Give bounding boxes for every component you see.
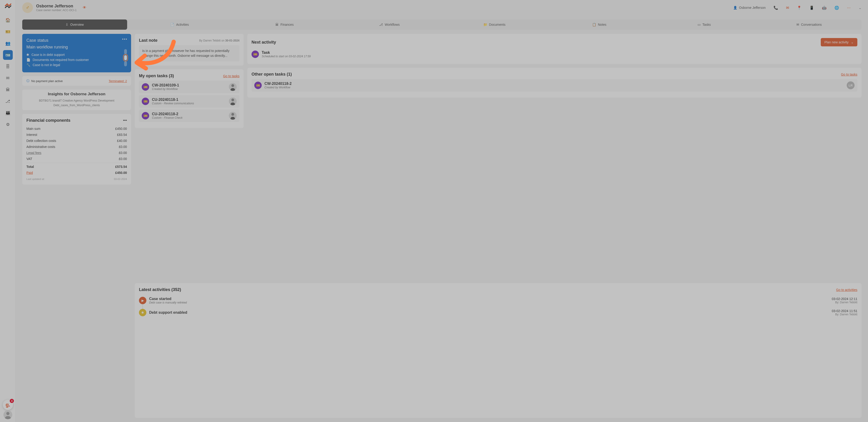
- last-note-title: Last note: [139, 38, 157, 43]
- globe-icon[interactable]: 🌐: [834, 5, 839, 10]
- folder-icon: 📁: [483, 23, 487, 26]
- header-user[interactable]: 👤 Osborne Jefferson: [733, 6, 766, 9]
- case-status-subtitle: Main workflow running: [26, 45, 127, 50]
- legal-fees-link[interactable]: Legal fees: [26, 151, 41, 154]
- next-activity-card: Next activity Plan new activity ⌄ 🎫 Task…: [247, 34, 862, 64]
- chevron-down-icon[interactable]: ⌄: [859, 5, 862, 10]
- nav-tickets[interactable]: 🎫: [3, 27, 13, 37]
- tab-activities[interactable]: 📄Activities: [127, 20, 232, 30]
- insights-tags-2: Debt_cases_from_WordPress_clients: [22, 103, 131, 108]
- visibility-icon[interactable]: 👁: [83, 5, 86, 10]
- nav-finance[interactable]: 🏛: [3, 85, 13, 94]
- insights-tags-1: BDTBG71 brandiT Creative Agency WordPres…: [22, 98, 131, 103]
- next-activity-row[interactable]: 🎫 Task Scheduled to start on 03-02-2024 …: [251, 49, 857, 60]
- assignee-avatar: [229, 97, 237, 105]
- document-icon: 📄: [26, 58, 30, 62]
- insights-card: Insights for Osborne Jefferson BDTBG71 b…: [22, 89, 131, 110]
- download-icon: ⇩: [66, 23, 68, 26]
- status-toggle-2[interactable]: [124, 55, 127, 60]
- status-toggle-3[interactable]: [124, 61, 127, 66]
- asterisk-icon: ✱: [139, 309, 146, 316]
- phone-icon[interactable]: 📞: [774, 5, 778, 10]
- nav-database[interactable]: 🗄: [3, 62, 13, 72]
- tab-conversations[interactable]: ✉Conversations: [756, 20, 862, 30]
- task-type-icon: 🎫: [142, 83, 149, 91]
- case-status-card: ••• Case status Main workflow running ✱C…: [22, 34, 131, 72]
- activity-row[interactable]: ▶ Case startedDebt case is manually reli…: [139, 294, 857, 307]
- last-note-card: Last note By Darren Tebbitt on 30-01-202…: [135, 34, 244, 66]
- tab-finances[interactable]: 🏛Finances: [232, 20, 337, 30]
- app-logo[interactable]: [4, 2, 11, 10]
- branch-icon: ⎇: [379, 23, 383, 26]
- nav-team[interactable]: 👪: [3, 108, 13, 118]
- clipboard-icon: 📋: [592, 23, 596, 26]
- my-open-tasks-card: My open tasks (3) Go to tasks 🎫 CW-20240…: [135, 69, 244, 128]
- chevron-down-icon: ⌄: [851, 40, 854, 44]
- latest-activities-title: Latest activities (352): [139, 287, 181, 292]
- activity-row[interactable]: ✱ Debt support enabled 03-02-2024 11:51B…: [139, 307, 857, 318]
- task-row[interactable]: 🎫 CW-20240109-1Created by Workflow: [139, 81, 240, 93]
- info-icon: ⓘ: [26, 79, 29, 83]
- user-icon: 👤: [733, 6, 737, 9]
- task-type-icon: 🎫: [142, 112, 149, 119]
- task-row[interactable]: 🎫 CU-20240118-1Custom - Review communica…: [139, 95, 240, 108]
- more-icon[interactable]: ⋯: [847, 5, 850, 10]
- paid-link[interactable]: Paid: [26, 171, 33, 175]
- assignee-avatar: [229, 112, 237, 120]
- go-to-activities-link[interactable]: Go to activities: [836, 288, 857, 292]
- status-toggle-group: [124, 49, 127, 66]
- nav-workflows[interactable]: ⎇: [3, 96, 13, 106]
- notification-badge: 4: [10, 399, 14, 403]
- insights-title: Insights for Osborne Jefferson: [22, 92, 131, 96]
- terminated-link[interactable]: Terminated: 2: [108, 79, 127, 83]
- other-open-tasks-card: Other open tasks (1) Go to tasks 🎫 CW-20…: [247, 68, 862, 97]
- location-icon[interactable]: 📍: [797, 5, 802, 10]
- nav-people[interactable]: 👥: [3, 38, 13, 48]
- other-tasks-title: Other open tasks (1): [251, 72, 292, 77]
- nav-settings[interactable]: ⚙: [3, 120, 13, 130]
- card-menu[interactable]: •••: [122, 37, 127, 41]
- task-type-icon: 🎫: [142, 97, 149, 105]
- assignee-avatar: LR: [847, 81, 855, 89]
- mobile-icon[interactable]: 📱: [809, 5, 814, 10]
- case-owner-number: Case owner number: ACC-DCI-1: [36, 8, 76, 12]
- case-status-title: Case status: [26, 38, 127, 43]
- status-toggle-1[interactable]: [124, 49, 127, 54]
- main-tabs: ⇩Overview 📄Activities 🏛Finances ⎇Workflo…: [22, 20, 862, 30]
- task-row[interactable]: 🎫 CW-20240118-2Created by Workflow LR: [251, 79, 857, 92]
- tab-overview[interactable]: ⇩Overview: [22, 20, 127, 30]
- tab-tasks[interactable]: ▭Tasks: [652, 20, 756, 30]
- task-row[interactable]: 🎫 CU-20240118-2Custom - Finance Check: [139, 109, 240, 122]
- my-tasks-title: My open tasks (3): [139, 74, 174, 78]
- last-note-body: Is in a payment plan however he has requ…: [139, 45, 240, 61]
- doc-icon: 📄: [170, 23, 174, 26]
- tab-workflows[interactable]: ⎇Workflows: [337, 20, 442, 30]
- page-header: ♂ Osborne Jefferson Case owner number: A…: [16, 0, 868, 15]
- nav-cases[interactable]: 🪪: [3, 50, 13, 60]
- financial-components-card: Financial components ••• Main sum£450.00…: [22, 114, 131, 185]
- go-to-tasks-link[interactable]: Go to tasks: [841, 73, 857, 76]
- plan-new-activity-button[interactable]: Plan new activity ⌄: [821, 38, 857, 46]
- notification-bubble[interactable]: g. 4: [3, 400, 13, 410]
- assignee-avatar: [229, 83, 237, 91]
- wrench-icon: 🔧: [26, 63, 30, 67]
- current-user-avatar[interactable]: [3, 411, 12, 419]
- bank-icon: 🏛: [275, 23, 279, 26]
- asterisk-icon: ✱: [26, 53, 29, 57]
- tab-notes[interactable]: 📋Notes: [547, 20, 652, 30]
- payment-plan-bar: ⓘNo payment plan active Terminated: 2: [22, 76, 131, 86]
- play-icon: ▶: [139, 297, 146, 304]
- go-to-tasks-link[interactable]: Go to tasks: [223, 74, 240, 78]
- mail-icon[interactable]: ✉: [786, 5, 789, 10]
- envelope-icon: ✉: [797, 23, 799, 26]
- next-activity-title: Next activity: [251, 40, 276, 45]
- latest-activities-card: Latest activities (352) Go to activities…: [135, 283, 862, 418]
- task-icon: ▭: [698, 23, 701, 26]
- android-icon[interactable]: 🤖: [822, 5, 827, 10]
- tab-documents[interactable]: 📁Documents: [442, 20, 547, 30]
- card-menu[interactable]: •••: [123, 118, 127, 122]
- task-type-icon: 🎫: [254, 82, 262, 89]
- activity-type-icon: 🎫: [251, 51, 259, 58]
- nav-mail[interactable]: ✉: [3, 73, 13, 83]
- nav-home[interactable]: 🏠: [3, 15, 13, 25]
